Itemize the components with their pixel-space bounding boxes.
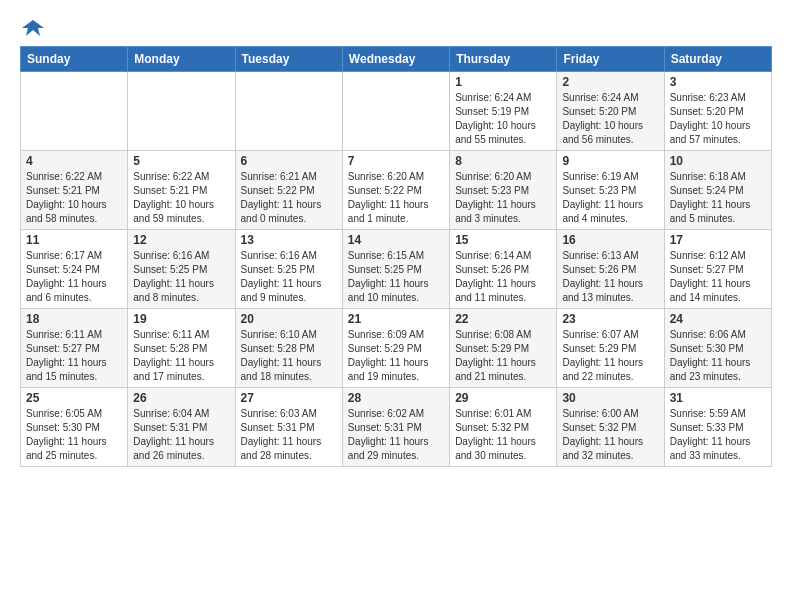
day-number: 28	[348, 391, 444, 405]
day-info: Sunrise: 6:13 AM Sunset: 5:26 PM Dayligh…	[562, 249, 658, 305]
day-number: 7	[348, 154, 444, 168]
day-info: Sunrise: 6:11 AM Sunset: 5:27 PM Dayligh…	[26, 328, 122, 384]
day-number: 24	[670, 312, 766, 326]
day-info: Sunrise: 6:06 AM Sunset: 5:30 PM Dayligh…	[670, 328, 766, 384]
calendar: SundayMondayTuesdayWednesdayThursdayFrid…	[20, 46, 772, 467]
day-info: Sunrise: 6:18 AM Sunset: 5:24 PM Dayligh…	[670, 170, 766, 226]
calendar-cell: 21Sunrise: 6:09 AM Sunset: 5:29 PM Dayli…	[342, 309, 449, 388]
calendar-cell: 9Sunrise: 6:19 AM Sunset: 5:23 PM Daylig…	[557, 151, 664, 230]
day-info: Sunrise: 6:22 AM Sunset: 5:21 PM Dayligh…	[133, 170, 229, 226]
day-info: Sunrise: 6:17 AM Sunset: 5:24 PM Dayligh…	[26, 249, 122, 305]
day-number: 12	[133, 233, 229, 247]
day-number: 3	[670, 75, 766, 89]
day-info: Sunrise: 6:11 AM Sunset: 5:28 PM Dayligh…	[133, 328, 229, 384]
day-info: Sunrise: 6:20 AM Sunset: 5:22 PM Dayligh…	[348, 170, 444, 226]
svg-marker-0	[22, 20, 44, 36]
day-info: Sunrise: 6:16 AM Sunset: 5:25 PM Dayligh…	[133, 249, 229, 305]
day-number: 30	[562, 391, 658, 405]
calendar-cell: 17Sunrise: 6:12 AM Sunset: 5:27 PM Dayli…	[664, 230, 771, 309]
logo	[20, 18, 44, 36]
day-info: Sunrise: 6:03 AM Sunset: 5:31 PM Dayligh…	[241, 407, 337, 463]
calendar-cell: 29Sunrise: 6:01 AM Sunset: 5:32 PM Dayli…	[450, 388, 557, 467]
day-info: Sunrise: 6:09 AM Sunset: 5:29 PM Dayligh…	[348, 328, 444, 384]
day-number: 29	[455, 391, 551, 405]
weekday-header-thursday: Thursday	[450, 47, 557, 72]
logo-text	[20, 18, 44, 36]
day-number: 18	[26, 312, 122, 326]
calendar-cell: 7Sunrise: 6:20 AM Sunset: 5:22 PM Daylig…	[342, 151, 449, 230]
day-info: Sunrise: 6:02 AM Sunset: 5:31 PM Dayligh…	[348, 407, 444, 463]
weekday-header-row: SundayMondayTuesdayWednesdayThursdayFrid…	[21, 47, 772, 72]
calendar-cell: 6Sunrise: 6:21 AM Sunset: 5:22 PM Daylig…	[235, 151, 342, 230]
day-info: Sunrise: 6:19 AM Sunset: 5:23 PM Dayligh…	[562, 170, 658, 226]
week-row-3: 11Sunrise: 6:17 AM Sunset: 5:24 PM Dayli…	[21, 230, 772, 309]
day-number: 8	[455, 154, 551, 168]
logo-bird-icon	[22, 18, 44, 36]
day-info: Sunrise: 5:59 AM Sunset: 5:33 PM Dayligh…	[670, 407, 766, 463]
day-number: 22	[455, 312, 551, 326]
calendar-cell: 2Sunrise: 6:24 AM Sunset: 5:20 PM Daylig…	[557, 72, 664, 151]
day-info: Sunrise: 6:01 AM Sunset: 5:32 PM Dayligh…	[455, 407, 551, 463]
day-number: 1	[455, 75, 551, 89]
calendar-cell: 8Sunrise: 6:20 AM Sunset: 5:23 PM Daylig…	[450, 151, 557, 230]
calendar-cell: 13Sunrise: 6:16 AM Sunset: 5:25 PM Dayli…	[235, 230, 342, 309]
week-row-5: 25Sunrise: 6:05 AM Sunset: 5:30 PM Dayli…	[21, 388, 772, 467]
calendar-cell: 23Sunrise: 6:07 AM Sunset: 5:29 PM Dayli…	[557, 309, 664, 388]
calendar-cell: 16Sunrise: 6:13 AM Sunset: 5:26 PM Dayli…	[557, 230, 664, 309]
day-info: Sunrise: 6:24 AM Sunset: 5:19 PM Dayligh…	[455, 91, 551, 147]
day-number: 13	[241, 233, 337, 247]
day-number: 2	[562, 75, 658, 89]
day-info: Sunrise: 6:12 AM Sunset: 5:27 PM Dayligh…	[670, 249, 766, 305]
day-info: Sunrise: 6:15 AM Sunset: 5:25 PM Dayligh…	[348, 249, 444, 305]
calendar-cell: 20Sunrise: 6:10 AM Sunset: 5:28 PM Dayli…	[235, 309, 342, 388]
day-info: Sunrise: 6:23 AM Sunset: 5:20 PM Dayligh…	[670, 91, 766, 147]
week-row-2: 4Sunrise: 6:22 AM Sunset: 5:21 PM Daylig…	[21, 151, 772, 230]
page: SundayMondayTuesdayWednesdayThursdayFrid…	[0, 0, 792, 612]
day-number: 21	[348, 312, 444, 326]
calendar-cell: 22Sunrise: 6:08 AM Sunset: 5:29 PM Dayli…	[450, 309, 557, 388]
calendar-cell: 5Sunrise: 6:22 AM Sunset: 5:21 PM Daylig…	[128, 151, 235, 230]
calendar-cell: 25Sunrise: 6:05 AM Sunset: 5:30 PM Dayli…	[21, 388, 128, 467]
day-number: 10	[670, 154, 766, 168]
day-number: 27	[241, 391, 337, 405]
day-info: Sunrise: 6:20 AM Sunset: 5:23 PM Dayligh…	[455, 170, 551, 226]
calendar-cell: 3Sunrise: 6:23 AM Sunset: 5:20 PM Daylig…	[664, 72, 771, 151]
weekday-header-tuesday: Tuesday	[235, 47, 342, 72]
calendar-cell	[21, 72, 128, 151]
calendar-cell: 18Sunrise: 6:11 AM Sunset: 5:27 PM Dayli…	[21, 309, 128, 388]
calendar-cell: 1Sunrise: 6:24 AM Sunset: 5:19 PM Daylig…	[450, 72, 557, 151]
day-number: 9	[562, 154, 658, 168]
day-number: 6	[241, 154, 337, 168]
day-number: 11	[26, 233, 122, 247]
week-row-1: 1Sunrise: 6:24 AM Sunset: 5:19 PM Daylig…	[21, 72, 772, 151]
day-number: 14	[348, 233, 444, 247]
calendar-cell: 26Sunrise: 6:04 AM Sunset: 5:31 PM Dayli…	[128, 388, 235, 467]
weekday-header-friday: Friday	[557, 47, 664, 72]
calendar-cell: 14Sunrise: 6:15 AM Sunset: 5:25 PM Dayli…	[342, 230, 449, 309]
day-info: Sunrise: 6:14 AM Sunset: 5:26 PM Dayligh…	[455, 249, 551, 305]
weekday-header-saturday: Saturday	[664, 47, 771, 72]
day-info: Sunrise: 6:07 AM Sunset: 5:29 PM Dayligh…	[562, 328, 658, 384]
weekday-header-monday: Monday	[128, 47, 235, 72]
day-info: Sunrise: 6:10 AM Sunset: 5:28 PM Dayligh…	[241, 328, 337, 384]
day-info: Sunrise: 6:04 AM Sunset: 5:31 PM Dayligh…	[133, 407, 229, 463]
day-number: 5	[133, 154, 229, 168]
day-number: 16	[562, 233, 658, 247]
day-info: Sunrise: 6:16 AM Sunset: 5:25 PM Dayligh…	[241, 249, 337, 305]
day-number: 4	[26, 154, 122, 168]
header	[20, 18, 772, 36]
day-number: 23	[562, 312, 658, 326]
day-number: 15	[455, 233, 551, 247]
day-number: 20	[241, 312, 337, 326]
calendar-cell: 30Sunrise: 6:00 AM Sunset: 5:32 PM Dayli…	[557, 388, 664, 467]
day-number: 26	[133, 391, 229, 405]
calendar-cell: 31Sunrise: 5:59 AM Sunset: 5:33 PM Dayli…	[664, 388, 771, 467]
day-info: Sunrise: 6:21 AM Sunset: 5:22 PM Dayligh…	[241, 170, 337, 226]
calendar-cell: 11Sunrise: 6:17 AM Sunset: 5:24 PM Dayli…	[21, 230, 128, 309]
day-number: 19	[133, 312, 229, 326]
week-row-4: 18Sunrise: 6:11 AM Sunset: 5:27 PM Dayli…	[21, 309, 772, 388]
weekday-header-wednesday: Wednesday	[342, 47, 449, 72]
day-info: Sunrise: 6:08 AM Sunset: 5:29 PM Dayligh…	[455, 328, 551, 384]
calendar-cell: 24Sunrise: 6:06 AM Sunset: 5:30 PM Dayli…	[664, 309, 771, 388]
calendar-cell: 15Sunrise: 6:14 AM Sunset: 5:26 PM Dayli…	[450, 230, 557, 309]
